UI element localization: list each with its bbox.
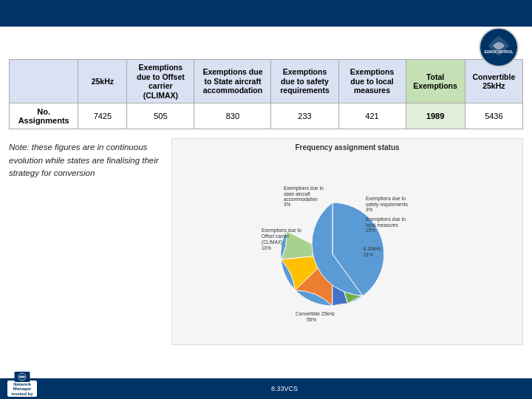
note-area: Note: these figures are in continuous ev… [9, 138, 164, 345]
svg-text:(CLIMAX): (CLIMAX) [262, 239, 283, 245]
cell-band: 7425 [78, 103, 127, 129]
col-header-band [10, 60, 78, 103]
svg-text:Exemptions due to: Exemptions due to [366, 196, 406, 202]
cell-conv: 5436 [465, 103, 522, 129]
row-label: No.Assignments [10, 103, 78, 129]
footer-center-text: 8.33VCS [44, 385, 525, 392]
cell-safety: 233 [271, 103, 338, 129]
svg-text:21%: 21% [364, 252, 373, 257]
footer-logo-box: Network Managertrusted bythe European Co… [7, 381, 37, 397]
main-table: 25kHz Exemptions due to Offset carrier (… [9, 59, 523, 129]
col-header-safety: Exemptions due to safety requirements [271, 60, 338, 103]
logo-text: EUROCONTROL [484, 31, 514, 63]
svg-text:15%: 15% [366, 228, 375, 233]
cell-total: 1989 [406, 103, 465, 129]
page-title: 8.33VCS Implementation planning [0, 27, 532, 53]
svg-text:Offset carrier: Offset carrier [262, 233, 290, 239]
svg-text:3%: 3% [284, 202, 291, 207]
svg-text:3%: 3% [366, 207, 373, 212]
svg-text:10%: 10% [262, 245, 271, 250]
svg-text:accommodation: accommodation [284, 197, 318, 202]
col-header-25khz: 25kHz [78, 60, 127, 103]
svg-text:Exemptions due to: Exemptions due to [366, 216, 406, 222]
svg-text:8.33kHz: 8.33kHz [364, 246, 382, 251]
footer-logo-text: Network Managertrusted bythe European Co… [7, 382, 37, 399]
col-header-local: Exemptions due to local measures [338, 60, 406, 103]
lower-section: Note: these figures are in continuous ev… [0, 132, 532, 345]
cell-offset: 505 [127, 103, 194, 129]
eurocontrol-logo: EUROCONTROL [479, 27, 519, 67]
svg-text:local measures: local measures [366, 222, 398, 228]
chart-title: Frequency assignment status [172, 143, 522, 151]
col-header-state: Exemptions due to State aircraft accommo… [194, 60, 271, 103]
svg-text:Exemptions due to: Exemptions due to [262, 228, 301, 233]
footer-logo: Network Managertrusted bythe European Co… [7, 381, 37, 397]
note-text: Note: these figures are in continuous ev… [9, 143, 159, 177]
svg-text:Convertible 25kHz: Convertible 25kHz [296, 311, 335, 316]
logo-area: EUROCONTROL [473, 27, 525, 67]
svg-text:state aircraft: state aircraft [284, 191, 310, 197]
header-bar [0, 0, 532, 27]
cell-local: 421 [338, 103, 406, 129]
cell-state: 830 [194, 103, 271, 129]
col-header-offset: Exemptions due to Offset carrier (CLIMAX… [127, 60, 194, 103]
pie-chart: Exemptions due to safety requirements 3%… [251, 177, 443, 324]
col-header-total: Total Exemptions [406, 60, 465, 103]
footer-bar: Network Managertrusted bythe European Co… [0, 378, 532, 399]
svg-text:Exemptions due to: Exemptions due to [284, 185, 324, 191]
svg-text:56%: 56% [307, 317, 316, 322]
chart-area: Frequency assignment status [171, 138, 523, 345]
content-area: 25kHz Exemptions due to Offset carrier (… [0, 53, 532, 132]
svg-text:EUROCONTROL: EUROCONTROL [484, 50, 513, 54]
